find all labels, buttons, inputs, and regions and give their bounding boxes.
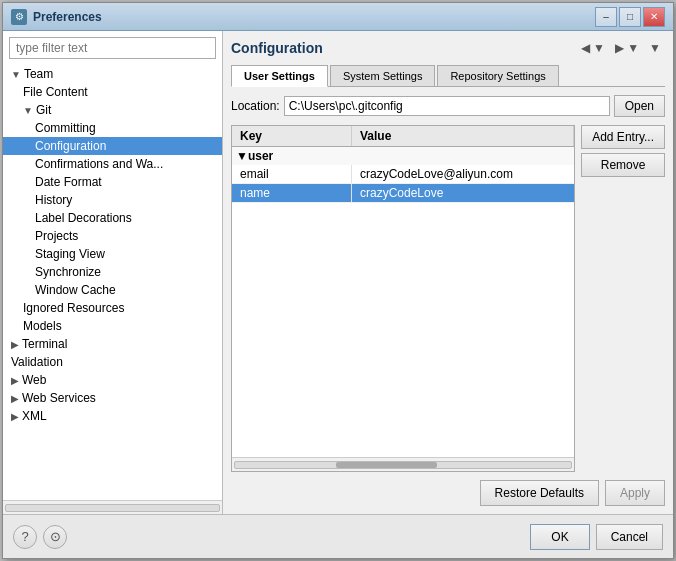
right-panel: Configuration ◀ ▼ ▶ ▼ ▼ User Settings Sy…	[223, 31, 673, 514]
table-scroll-thumb	[336, 462, 437, 468]
footer-dialog-buttons: OK Cancel	[530, 524, 663, 550]
sidebar-item-label: Ignored Resources	[23, 301, 124, 315]
location-value: C:\Users\pc\.gitconfig	[284, 96, 610, 116]
footer: ? ⊙ OK Cancel	[3, 514, 673, 558]
nav-buttons: ◀ ▼ ▶ ▼ ▼	[577, 39, 665, 57]
sidebar-item-synchronize[interactable]: Synchronize	[3, 263, 222, 281]
help-icon: ?	[21, 529, 28, 544]
sidebar-item-label: Validation	[11, 355, 63, 369]
table-action-buttons: Add Entry... Remove	[581, 125, 665, 472]
panel-title: Configuration	[231, 40, 577, 56]
title-bar: ⚙ Preferences – □ ✕	[3, 3, 673, 31]
open-button[interactable]: Open	[614, 95, 665, 117]
sidebar-item-file-content[interactable]: File Content	[3, 83, 222, 101]
table-row[interactable]: name crazyCodeLove	[232, 184, 574, 203]
sidebar-item-label: Synchronize	[35, 265, 101, 279]
window-icon: ⚙	[11, 9, 27, 25]
sidebar-item-label: Terminal	[22, 337, 67, 351]
settings-icon: ⊙	[50, 529, 61, 544]
sidebar-item-window-cache[interactable]: Window Cache	[3, 281, 222, 299]
sidebar-item-team[interactable]: ▼ Team	[3, 65, 222, 83]
table-horizontal-scrollbar[interactable]	[232, 457, 574, 471]
sidebar-item-git[interactable]: ▼ Git	[3, 101, 222, 119]
title-bar-buttons: – □ ✕	[595, 7, 665, 27]
sidebar-item-label: Date Format	[35, 175, 102, 189]
tab-repository-settings[interactable]: Repository Settings	[437, 65, 558, 86]
cell-value: crazyCodeLove	[352, 184, 574, 202]
table-row[interactable]: email crazyCodeLove@aliyun.com	[232, 165, 574, 184]
sidebar-item-web-services[interactable]: ▶ Web Services	[3, 389, 222, 407]
tab-user-settings[interactable]: User Settings	[231, 65, 328, 87]
sidebar-item-label: Label Decorations	[35, 211, 132, 225]
apply-button[interactable]: Apply	[605, 480, 665, 506]
ok-button[interactable]: OK	[530, 524, 589, 550]
cell-key: email	[232, 165, 352, 183]
sidebar-item-label: Configuration	[35, 139, 106, 153]
tab-system-settings[interactable]: System Settings	[330, 65, 435, 86]
sidebar-item-label: Confirmations and Wa...	[35, 157, 163, 171]
sidebar: ▼ Team File Content ▼ Git Committing Con…	[3, 31, 223, 514]
sidebar-item-configuration[interactable]: Configuration	[3, 137, 222, 155]
sidebar-item-label: Staging View	[35, 247, 105, 261]
sidebar-item-confirmations[interactable]: Confirmations and Wa...	[3, 155, 222, 173]
expand-arrow-terminal: ▶	[11, 339, 19, 350]
restore-defaults-button[interactable]: Restore Defaults	[480, 480, 599, 506]
group-arrow: ▼	[236, 149, 248, 163]
location-row: Location: C:\Users\pc\.gitconfig Open	[231, 95, 665, 117]
group-name: user	[248, 149, 273, 163]
remove-button[interactable]: Remove	[581, 153, 665, 177]
filter-input[interactable]	[9, 37, 216, 59]
sidebar-item-label: Web Services	[22, 391, 96, 405]
sidebar-item-validation[interactable]: Validation	[3, 353, 222, 371]
settings-button[interactable]: ⊙	[43, 525, 67, 549]
sidebar-item-terminal[interactable]: ▶ Terminal	[3, 335, 222, 353]
expand-arrow-xml: ▶	[11, 411, 19, 422]
sidebar-item-label: History	[35, 193, 72, 207]
sidebar-item-ignored-resources[interactable]: Ignored Resources	[3, 299, 222, 317]
nav-forward-button[interactable]: ▶ ▼	[611, 39, 643, 57]
minimize-button[interactable]: –	[595, 7, 617, 27]
cancel-button[interactable]: Cancel	[596, 524, 663, 550]
sidebar-item-models[interactable]: Models	[3, 317, 222, 335]
sidebar-item-label: Git	[36, 103, 51, 117]
expand-arrow-web-services: ▶	[11, 393, 19, 404]
table-scroll-track	[234, 461, 572, 469]
sidebar-item-label: File Content	[23, 85, 88, 99]
main-content: ▼ Team File Content ▼ Git Committing Con…	[3, 31, 673, 514]
close-button[interactable]: ✕	[643, 7, 665, 27]
sidebar-horizontal-scrollbar[interactable]	[3, 500, 222, 514]
sidebar-item-label: Committing	[35, 121, 96, 135]
preferences-window: ⚙ Preferences – □ ✕ ▼ Team File Content	[2, 2, 674, 559]
cell-value: crazyCodeLove@aliyun.com	[352, 165, 574, 183]
sidebar-item-label: XML	[22, 409, 47, 423]
col-header-key: Key	[232, 126, 352, 146]
sidebar-item-label: Models	[23, 319, 62, 333]
tree-container: ▼ Team File Content ▼ Git Committing Con…	[3, 65, 222, 500]
bottom-buttons: Restore Defaults Apply	[231, 480, 665, 506]
table-body: ▼ user email crazyCodeLove@aliyun.com na…	[232, 147, 574, 457]
expand-arrow-web: ▶	[11, 375, 19, 386]
col-header-value: Value	[352, 126, 574, 146]
sidebar-item-committing[interactable]: Committing	[3, 119, 222, 137]
nav-menu-button[interactable]: ▼	[645, 39, 665, 57]
expand-arrow-git: ▼	[23, 105, 33, 116]
group-header-user: ▼ user	[232, 147, 574, 165]
help-button[interactable]: ?	[13, 525, 37, 549]
location-label: Location:	[231, 99, 280, 113]
expand-arrow-team: ▼	[11, 69, 21, 80]
sidebar-item-web[interactable]: ▶ Web	[3, 371, 222, 389]
sidebar-item-staging-view[interactable]: Staging View	[3, 245, 222, 263]
config-table: Key Value ▼ user email crazyCodeLove@ali…	[231, 125, 575, 472]
sidebar-item-xml[interactable]: ▶ XML	[3, 407, 222, 425]
tabs: User Settings System Settings Repository…	[231, 65, 665, 87]
nav-back-button[interactable]: ◀ ▼	[577, 39, 609, 57]
maximize-button[interactable]: □	[619, 7, 641, 27]
add-entry-button[interactable]: Add Entry...	[581, 125, 665, 149]
sidebar-item-label-decorations[interactable]: Label Decorations	[3, 209, 222, 227]
footer-icons: ? ⊙	[13, 525, 530, 549]
sidebar-item-history[interactable]: History	[3, 191, 222, 209]
panel-header: Configuration ◀ ▼ ▶ ▼ ▼	[231, 39, 665, 57]
table-header: Key Value	[232, 126, 574, 147]
sidebar-item-date-format[interactable]: Date Format	[3, 173, 222, 191]
sidebar-item-projects[interactable]: Projects	[3, 227, 222, 245]
